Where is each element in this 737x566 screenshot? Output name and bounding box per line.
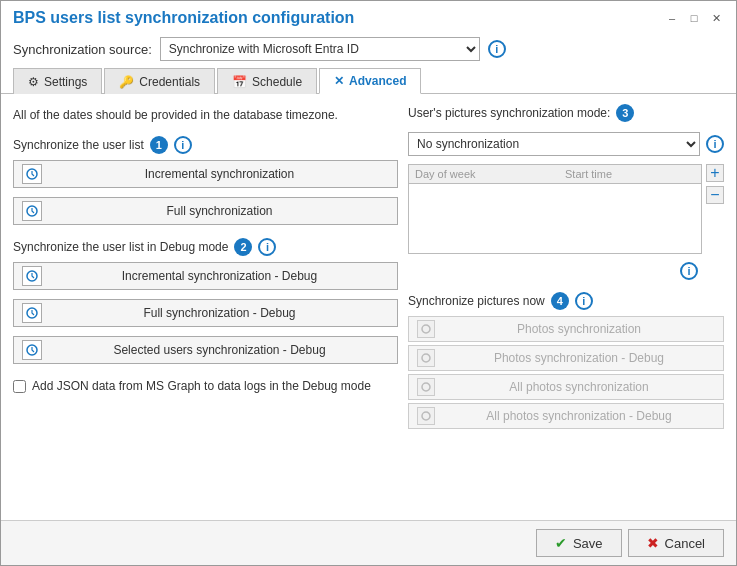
sync-source-label: Synchronization source: — [13, 42, 152, 57]
sync-user-list-badge: 1 — [150, 136, 168, 154]
settings-tab-icon: ⚙ — [28, 75, 39, 89]
sync-now-badge: 4 — [551, 292, 569, 310]
schedule-add-remove-controls: + − — [706, 164, 724, 254]
close-button[interactable]: ✕ — [708, 11, 724, 25]
json-debug-checkbox-label[interactable]: Add JSON data from MS Graph to data logs… — [32, 379, 371, 393]
photos-sync-debug-icon — [417, 349, 435, 367]
right-panel: User's pictures synchronization mode: 3 … — [408, 104, 724, 510]
schedule-add-button[interactable]: + — [706, 164, 724, 182]
all-photos-sync-debug-icon — [417, 407, 435, 425]
minimize-button[interactable]: – — [664, 11, 680, 25]
sync-debug-info-icon[interactable]: i — [258, 238, 276, 256]
full-sync-label: Full synchronization — [50, 204, 389, 218]
selected-users-sync-debug-icon — [22, 340, 42, 360]
schedule-remove-button[interactable]: − — [706, 186, 724, 204]
pictures-mode-select[interactable]: No synchronization — [408, 132, 700, 156]
full-sync-debug-icon — [22, 303, 42, 323]
schedule-col-time: Start time — [565, 168, 695, 180]
incremental-sync-debug-label: Incremental synchronization - Debug — [50, 269, 389, 283]
sync-user-list-label: Synchronize the user list — [13, 138, 144, 152]
sync-now-header: Synchronize pictures now 4 i — [408, 292, 724, 310]
tabs-bar: ⚙ Settings 🔑 Credentials 📅 Schedule ✕ Ad… — [1, 67, 736, 94]
schedule-table: Day of week Start time — [408, 164, 702, 254]
photos-sync-debug-label: Photos synchronization - Debug — [443, 351, 715, 365]
title-bar: BPS users list synchronization configura… — [1, 1, 736, 31]
sync-now-section: Synchronize pictures now 4 i Photos sync… — [408, 292, 724, 432]
schedule-table-header: Day of week Start time — [409, 165, 701, 184]
json-debug-checkbox[interactable] — [13, 380, 26, 393]
full-sync-button[interactable]: Full synchronization — [13, 197, 398, 225]
timezone-note: All of the dates should be provided in t… — [13, 104, 398, 126]
svg-point-8 — [422, 412, 430, 420]
main-content: All of the dates should be provided in t… — [1, 94, 736, 520]
tab-credentials-label: Credentials — [139, 75, 200, 89]
svg-point-6 — [422, 354, 430, 362]
all-photos-sync-label: All photos synchronization — [443, 380, 715, 394]
tab-advanced-label: Advanced — [349, 74, 406, 88]
sync-now-info-icon[interactable]: i — [575, 292, 593, 310]
sync-debug-badge: 2 — [234, 238, 252, 256]
incremental-sync-debug-icon — [22, 266, 42, 286]
all-photos-sync-button[interactable]: All photos synchronization — [408, 374, 724, 400]
photos-sync-label: Photos synchronization — [443, 322, 715, 336]
sync-debug-header: Synchronize the user list in Debug mode … — [13, 238, 398, 256]
incremental-sync-label: Incremental synchronization — [50, 167, 389, 181]
cancel-icon: ✖ — [647, 535, 659, 551]
photos-sync-icon — [417, 320, 435, 338]
selected-users-sync-debug-button[interactable]: Selected users synchronization - Debug — [13, 336, 398, 364]
sync-user-list-info-icon[interactable]: i — [174, 136, 192, 154]
footer: ✔ Save ✖ Cancel — [1, 520, 736, 565]
tab-schedule-label: Schedule — [252, 75, 302, 89]
sync-debug-label: Synchronize the user list in Debug mode — [13, 240, 228, 254]
schedule-tab-icon: 📅 — [232, 75, 247, 89]
svg-point-7 — [422, 383, 430, 391]
selected-users-sync-debug-label: Selected users synchronization - Debug — [50, 343, 389, 357]
save-button[interactable]: ✔ Save — [536, 529, 622, 557]
sync-source-info-icon[interactable]: i — [488, 40, 506, 58]
save-icon: ✔ — [555, 535, 567, 551]
window-title: BPS users list synchronization configura… — [13, 9, 354, 27]
main-window: BPS users list synchronization configura… — [0, 0, 737, 566]
photos-sync-debug-button[interactable]: Photos synchronization - Debug — [408, 345, 724, 371]
advanced-tab-icon: ✕ — [334, 74, 344, 88]
sync-now-label: Synchronize pictures now — [408, 294, 545, 308]
maximize-button[interactable]: □ — [686, 11, 702, 25]
incremental-sync-button[interactable]: Incremental synchronization — [13, 160, 398, 188]
full-sync-debug-button[interactable]: Full synchronization - Debug — [13, 299, 398, 327]
tab-settings[interactable]: ⚙ Settings — [13, 68, 102, 94]
full-sync-debug-label: Full synchronization - Debug — [50, 306, 389, 320]
tab-settings-label: Settings — [44, 75, 87, 89]
json-debug-checkbox-row: Add JSON data from MS Graph to data logs… — [13, 379, 398, 393]
pictures-mode-header: User's pictures synchronization mode: 3 — [408, 104, 724, 122]
all-photos-sync-debug-label: All photos synchronization - Debug — [443, 409, 715, 423]
pictures-mode-info-icon[interactable]: i — [706, 135, 724, 153]
schedule-col-day: Day of week — [415, 168, 545, 180]
all-photos-sync-debug-button[interactable]: All photos synchronization - Debug — [408, 403, 724, 429]
schedule-table-wrapper: Day of week Start time + − — [408, 164, 724, 254]
title-bar-controls: – □ ✕ — [664, 11, 724, 25]
schedule-info-icon[interactable]: i — [680, 262, 698, 280]
tab-credentials[interactable]: 🔑 Credentials — [104, 68, 215, 94]
cancel-label: Cancel — [665, 536, 705, 551]
all-photos-sync-icon — [417, 378, 435, 396]
incremental-sync-debug-button[interactable]: Incremental synchronization - Debug — [13, 262, 398, 290]
full-sync-icon — [22, 201, 42, 221]
tab-advanced[interactable]: ✕ Advanced — [319, 68, 421, 94]
left-panel: All of the dates should be provided in t… — [13, 104, 398, 510]
credentials-tab-icon: 🔑 — [119, 75, 134, 89]
sync-user-list-header: Synchronize the user list 1 i — [13, 136, 398, 154]
save-label: Save — [573, 536, 603, 551]
svg-point-5 — [422, 325, 430, 333]
sync-source-row: Synchronization source: Synchronize with… — [1, 31, 736, 67]
cancel-button[interactable]: ✖ Cancel — [628, 529, 724, 557]
sync-source-select[interactable]: Synchronize with Microsoft Entra ID — [160, 37, 480, 61]
photos-sync-button[interactable]: Photos synchronization — [408, 316, 724, 342]
pictures-mode-label: User's pictures synchronization mode: — [408, 106, 610, 120]
incremental-sync-icon — [22, 164, 42, 184]
pictures-mode-badge: 3 — [616, 104, 634, 122]
tab-schedule[interactable]: 📅 Schedule — [217, 68, 317, 94]
